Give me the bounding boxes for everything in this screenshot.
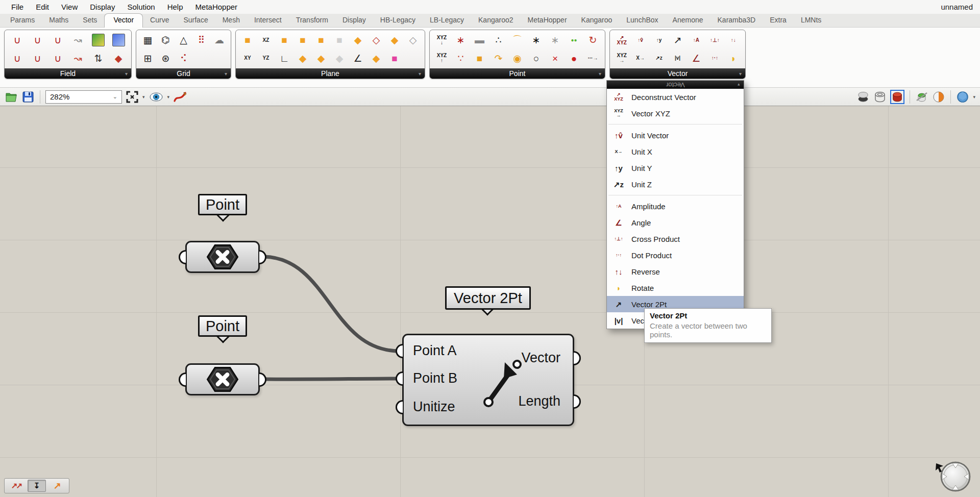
dot-product-icon[interactable]: ↑·↑ — [706, 49, 723, 67]
plane-offset-icon[interactable]: ■ — [331, 32, 348, 49]
menu-view[interactable]: View — [55, 3, 84, 11]
menu-item-deconstruct-vector[interactable]: ↗ XYZ Deconstruct Vector — [607, 89, 744, 105]
selected-only-preview-button[interactable] — [915, 90, 928, 104]
distance-icon[interactable]: ▬ — [471, 32, 488, 49]
menu-item-dot-product[interactable]: ↑·↑ Dot Product — [607, 247, 744, 263]
point-param-2[interactable] — [185, 363, 260, 395]
deconstruct-vector-icon[interactable]: ↗ XYZ — [613, 32, 630, 49]
point-blob-icon[interactable]: ● — [566, 49, 583, 67]
sketch-tool-button[interactable] — [173, 90, 187, 104]
wireframe-preview-button[interactable] — [873, 90, 887, 104]
menu-edit[interactable]: Edit — [30, 3, 55, 11]
unit-z-icon[interactable]: ↗z — [650, 49, 668, 67]
no-preview-button[interactable] — [856, 90, 870, 104]
menu-solution[interactable]: Solution — [121, 3, 161, 11]
scalar-display-icon[interactable] — [92, 34, 105, 46]
tab-extra[interactable]: Extra — [763, 14, 794, 27]
zoom-select[interactable]: 282% ⌄ — [45, 90, 122, 104]
tab-metahopper[interactable]: MetaHopper — [521, 14, 574, 27]
tab-anemone[interactable]: Anemone — [666, 14, 710, 27]
angle-icon[interactable]: ∠ — [688, 49, 705, 67]
tab-kangaroo2[interactable]: Kangaroo2 — [471, 14, 521, 27]
canvas-compass[interactable] — [934, 457, 974, 496]
xz-plane-icon[interactable]: XZ — [257, 32, 275, 49]
cull-duplicates-icon[interactable]: ∗ — [547, 32, 564, 49]
field-line-icon[interactable]: ↝ — [69, 32, 87, 49]
menu-help[interactable]: Help — [161, 3, 189, 11]
menu-item-amplitude[interactable]: ↑A Amplitude — [607, 198, 744, 214]
break-charge-icon[interactable]: ∪ — [49, 32, 66, 49]
document-preview-settings-button[interactable] — [932, 90, 945, 104]
evaluate-uv-icon[interactable]: ∴ — [490, 32, 507, 49]
panel-title-grid[interactable]: Grid▾ — [136, 68, 231, 79]
tab-display[interactable]: Display — [335, 14, 373, 27]
perp-display-icon[interactable]: ◆ — [110, 49, 127, 67]
populate-geometry-icon[interactable]: ☁ — [211, 32, 228, 49]
radial-grid-icon[interactable]: ⊛ — [157, 49, 175, 67]
triangular-grid-icon[interactable]: △ — [175, 32, 192, 49]
point-clusters-icon[interactable]: ●● — [566, 32, 583, 49]
menu-display[interactable]: Display — [84, 3, 121, 11]
tab-lb-legacy[interactable]: LB-Legacy — [423, 14, 471, 27]
menu-item-cross-product[interactable]: ↑⊥↑ Cross Product — [607, 231, 744, 247]
square-grid-icon[interactable]: ⊞ — [139, 49, 157, 67]
menu-item-unit-y[interactable]: ↑y Unit Y — [607, 160, 744, 176]
menu-item-rotate[interactable]: ◗ Rotate — [607, 280, 744, 296]
vector-length-icon[interactable]: |v| — [669, 49, 686, 67]
tab-surface[interactable]: Surface — [176, 14, 215, 27]
tab-params[interactable]: Params — [3, 14, 42, 27]
save-file-button[interactable] — [21, 90, 35, 104]
closest-point-icon[interactable]: ⌒ — [509, 32, 526, 49]
chevron-down-icon[interactable]: ▾ — [142, 94, 145, 100]
amplitude-icon[interactable]: ↑A — [688, 32, 705, 49]
project-points-icon[interactable]: ⋯→ — [584, 49, 602, 67]
direction-charge-icon[interactable]: ∪ — [29, 49, 46, 67]
construct-plane-icon[interactable]: ■ — [239, 32, 256, 49]
vector-2pt-component[interactable]: Point A Point B Unitize Vector Length — [402, 334, 574, 426]
tab-lmnts[interactable]: LMNts — [794, 14, 828, 27]
tab-intersect[interactable]: Intersect — [247, 14, 289, 27]
open-file-button[interactable] — [5, 90, 18, 104]
chevron-down-icon[interactable]: ▾ — [973, 94, 975, 100]
tab-mesh[interactable]: Mesh — [215, 14, 247, 27]
sketch-arrows-button[interactable]: ↗↗ — [7, 480, 25, 492]
tab-maths[interactable]: Maths — [42, 14, 76, 27]
unit-y-icon[interactable]: ↑y — [650, 32, 668, 49]
menu-item-vector-xyz[interactable]: XYZ → Vector XYZ — [607, 105, 744, 121]
deconstruct-point-icon[interactable]: XYZ ↓ — [433, 32, 451, 49]
cross-product-icon[interactable]: ↑⊥↑ — [706, 32, 723, 49]
hexagonal-grid-icon[interactable]: ⌬ — [157, 32, 175, 49]
point-cylindrical-icon[interactable]: ◉ — [509, 49, 526, 67]
plane-fit-icon[interactable]: ◆ — [294, 49, 311, 67]
rotate-vector-icon[interactable]: ◗ — [725, 49, 742, 67]
align-plane-icon[interactable]: ◆ — [349, 32, 366, 49]
construct-point-icon[interactable]: XYZ ↑ — [433, 49, 451, 67]
point-groups-icon[interactable]: ∗ — [528, 32, 545, 49]
vector-display-icon[interactable] — [112, 34, 125, 46]
rotate-plane-icon[interactable]: ◆ — [386, 32, 403, 49]
plane-through-points-icon[interactable]: ◆ — [312, 49, 330, 67]
tab-hb-legacy[interactable]: HB-Legacy — [373, 14, 423, 27]
plane-angle-icon[interactable]: ∠ — [349, 49, 366, 67]
chevron-down-icon[interactable]: ▾ — [167, 94, 170, 100]
point-oriented-icon[interactable]: ∵ — [452, 49, 470, 67]
shaded-preview-button[interactable] — [891, 91, 903, 103]
panel-title-plane[interactable]: Plane▾ — [236, 68, 425, 79]
menu-item-unit-x[interactable]: X→ Unit X — [607, 143, 744, 160]
xy-plane-icon[interactable]: XY — [239, 49, 256, 67]
plane-normal-icon[interactable]: ◇ — [404, 32, 422, 49]
display-mode-button[interactable] — [956, 90, 969, 104]
plane-arrow-icon[interactable]: ◆ — [368, 49, 385, 67]
download-widget-button[interactable]: ↧ — [28, 480, 45, 492]
sort-points-icon[interactable]: ↻ — [584, 32, 602, 49]
point-charge-icon[interactable]: ∪ — [9, 32, 26, 49]
zoom-extents-button[interactable] — [126, 90, 139, 104]
cull-points-icon[interactable]: × — [547, 49, 564, 67]
menu-item-unit-z[interactable]: ↗z Unit Z — [607, 176, 744, 192]
tab-transform[interactable]: Transform — [289, 14, 335, 27]
panel-title-field[interactable]: Field▾ — [5, 68, 131, 79]
merge-fields-icon[interactable]: ∪ — [49, 49, 66, 67]
point-polar-icon[interactable]: ↷ — [490, 49, 507, 67]
panel-title-point[interactable]: Point▾ — [430, 68, 605, 79]
barycentric-icon[interactable]: ■ — [471, 49, 488, 67]
